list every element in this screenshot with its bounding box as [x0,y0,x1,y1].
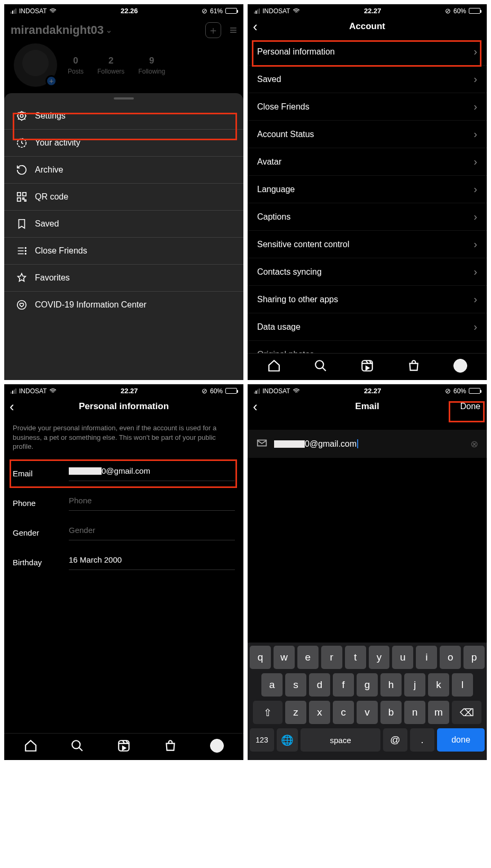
key-c[interactable]: c [333,701,354,724]
create-post-button[interactable]: ＋ [205,22,221,38]
item-captions[interactable]: Captions› [248,203,487,231]
key-j[interactable]: j [404,673,425,697]
text-cursor [357,439,358,448]
profile-avatar[interactable]: + [14,43,57,87]
tab-home[interactable] [24,739,38,753]
sheet-drag-handle[interactable] [114,97,134,100]
item-account-status[interactable]: Account Status› [248,121,487,148]
page-header: ‹ Personal information [4,396,243,418]
chevron-right-icon: › [474,156,477,168]
screen-account-settings: INDOSAT 22.27 ⊘ 60% ‹ Account Personal i… [248,4,487,380]
key-v[interactable]: v [357,701,378,724]
add-story-badge-icon[interactable]: + [46,75,57,87]
item-close-friends[interactable]: Close Friends› [248,93,487,121]
field-birthday[interactable]: Birthday 16 March 2000 [4,548,243,577]
key-s[interactable]: s [285,673,306,697]
tab-profile[interactable] [453,359,467,373]
item-personal-information[interactable]: Personal information› [248,38,487,66]
key-l[interactable]: l [452,673,473,697]
stat-following[interactable]: 9Following [138,56,165,75]
key-z[interactable]: z [285,701,306,724]
menu-item-covid[interactable]: COVID-19 Information Center [4,292,243,318]
battery-icon [225,388,237,394]
tab-reels[interactable] [360,359,374,373]
menu-item-archive[interactable]: Archive [4,157,243,184]
item-data-usage[interactable]: Data usage› [248,313,487,341]
key-dot[interactable]: . [410,728,434,752]
key-r[interactable]: r [321,646,342,669]
page-header: ‹ Account [248,16,487,38]
back-button[interactable]: ‹ [10,399,14,415]
done-button[interactable]: Done [460,402,480,411]
keyboard-row-4: 123 🌐 space @ . done [250,728,485,752]
back-button[interactable]: ‹ [253,19,258,35]
key-f[interactable]: f [333,673,354,697]
email-input-row[interactable]: 0@gmail.com ⊗ [248,430,487,458]
key-u[interactable]: u [392,646,413,669]
key-e[interactable]: e [297,646,319,669]
tab-search[interactable] [70,739,84,753]
key-done[interactable]: done [437,728,485,752]
key-at[interactable]: @ [383,728,407,752]
menu-item-settings[interactable]: Settings [4,103,243,130]
key-space[interactable]: space [301,728,380,752]
field-phone[interactable]: Phone Phone [4,489,243,518]
key-a[interactable]: a [261,673,283,697]
email-value: 0@gmail.com [69,466,235,481]
key-shift[interactable]: ⇧ [253,701,283,724]
tab-home[interactable] [267,359,281,373]
battery-icon [469,388,480,394]
key-q[interactable]: q [250,646,271,669]
key-t[interactable]: t [345,646,366,669]
profile-menu-sheet: Settings Your activity Archive QR code S… [4,93,243,380]
tab-shop[interactable] [407,359,421,373]
menu-item-close-friends[interactable]: Close Friends [4,238,243,265]
key-backspace[interactable]: ⌫ [452,701,481,724]
heart-circle-icon [16,299,28,311]
key-i[interactable]: i [416,646,437,669]
tab-search[interactable] [314,359,328,373]
item-contacts-sync[interactable]: Contacts syncing› [248,258,487,286]
key-x[interactable]: x [309,701,330,724]
key-d[interactable]: d [309,673,330,697]
battery-icon [469,8,480,14]
username-dropdown[interactable]: mirandaknight03 ⌄ [11,23,112,37]
item-saved[interactable]: Saved› [248,66,487,93]
key-y[interactable]: y [369,646,390,669]
key-k[interactable]: k [428,673,449,697]
key-h[interactable]: h [380,673,402,697]
key-m[interactable]: m [428,701,449,724]
tab-profile[interactable] [210,739,224,753]
stat-posts[interactable]: 0Posts [68,56,84,75]
field-gender[interactable]: Gender Gender [4,518,243,548]
item-avatar[interactable]: Avatar› [248,148,487,176]
key-b[interactable]: b [380,701,402,724]
stat-followers[interactable]: 2Followers [97,56,124,75]
item-sharing[interactable]: Sharing to other apps› [248,286,487,313]
key-globe[interactable]: 🌐 [277,728,298,752]
key-p[interactable]: p [463,646,485,669]
menu-item-saved[interactable]: Saved [4,211,243,238]
svg-rect-4 [23,193,26,196]
key-w[interactable]: w [274,646,295,669]
signal-bars-icon [11,388,16,394]
clear-input-button[interactable]: ⊗ [470,438,478,450]
menu-item-activity[interactable]: Your activity [4,130,243,157]
hamburger-menu-button[interactable]: ≡ [230,23,237,38]
key-n[interactable]: n [404,701,425,724]
tab-reels[interactable] [117,739,131,753]
field-email[interactable]: Email 0@gmail.com [4,459,243,489]
item-language[interactable]: Language› [248,176,487,203]
star-icon [16,272,28,284]
key-g[interactable]: g [357,673,378,697]
tab-shop[interactable] [163,739,177,753]
menu-item-favorites[interactable]: Favorites [4,265,243,292]
item-sensitive-content[interactable]: Sensitive content control› [248,231,487,258]
back-button[interactable]: ‹ [253,399,258,415]
rotation-lock-icon: ⊘ [445,7,451,15]
item-original-photos[interactable]: Original photos› [248,341,487,353]
chevron-right-icon: › [474,348,477,353]
key-o[interactable]: o [440,646,461,669]
key-123[interactable]: 123 [250,728,274,752]
menu-item-qr[interactable]: QR code [4,184,243,211]
